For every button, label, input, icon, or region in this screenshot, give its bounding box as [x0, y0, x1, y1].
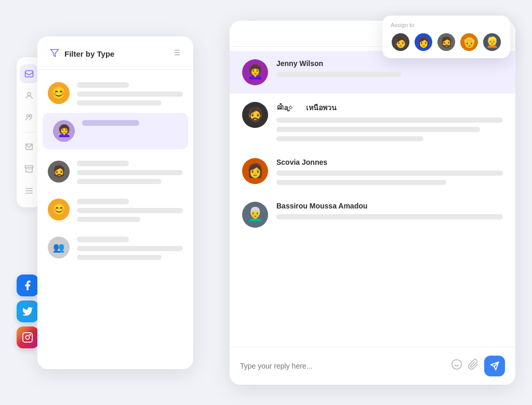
- svg-rect-4: [25, 166, 33, 168]
- skeleton-line: [276, 72, 401, 77]
- second-avatar: 🧔: [242, 102, 268, 128]
- instagram-icon[interactable]: [17, 326, 38, 348]
- bassirou-content: Bassirou Moussa Amadou: [276, 202, 503, 219]
- skeleton-line: [77, 179, 162, 184]
- scovia-name: Scovia Jonnes: [276, 158, 503, 166]
- svg-rect-0: [25, 71, 33, 77]
- list-item-content: [82, 120, 178, 126]
- send-button[interactable]: [484, 356, 505, 376]
- emoji-icon[interactable]: [451, 359, 462, 373]
- skeleton-line: [276, 180, 446, 185]
- jenny-name: Jenny Wilson: [276, 59, 503, 68]
- avatar: 👥: [48, 237, 70, 258]
- skeleton-line: [276, 117, 503, 123]
- svg-point-2: [27, 114, 30, 117]
- skeleton-line: [276, 214, 503, 219]
- sidebar-item-mail[interactable]: [20, 138, 38, 156]
- twitter-icon[interactable]: [17, 301, 38, 322]
- chat-item-bassirou[interactable]: 👨‍🦳 Bassirou Moussa Amadou: [230, 193, 515, 236]
- scovia-content: Scovia Jonnes: [276, 158, 503, 185]
- app-scene: Filter by Type 😊 👩‍🦱: [17, 16, 515, 390]
- avatar: 😊: [48, 199, 70, 220]
- sort-icon[interactable]: [171, 48, 181, 60]
- sidebar-item-inbox[interactable]: [20, 64, 38, 83]
- svg-point-18: [452, 360, 461, 369]
- assign-avatar[interactable]: 🧔: [436, 32, 456, 52]
- left-panel-header: Filter by Type: [37, 36, 193, 70]
- assign-avatar[interactable]: 👩: [414, 32, 433, 52]
- svg-point-9: [25, 335, 29, 339]
- skeleton-line: [77, 170, 183, 175]
- skeleton-line: [77, 255, 162, 260]
- second-content: ណំaូ ​ ​ ​​ ​ ​ ​ เหนือพวน: [276, 102, 503, 141]
- jenny-content: Jenny Wilson: [276, 59, 503, 77]
- sidebar-item-contacts[interactable]: [20, 108, 38, 127]
- filter-icon: [50, 48, 59, 59]
- scovia-avatar: 👩: [242, 158, 268, 184]
- chat-item-scovia[interactable]: 👩 Scovia Jonnes: [230, 150, 515, 193]
- skeleton-line: [77, 246, 183, 251]
- assign-avatars: 🧑 👩 🧔 👴 👱: [391, 32, 502, 52]
- avatar: 🧔: [48, 161, 70, 182]
- assign-popup: Assign to 🧑 👩 🧔 👴 👱: [382, 16, 510, 58]
- skeleton-line: [276, 136, 423, 141]
- skeleton-name: [77, 161, 129, 166]
- skeleton-name: [77, 237, 129, 242]
- assign-label: Assign to: [391, 22, 502, 28]
- assign-avatar[interactable]: 👱: [482, 32, 502, 52]
- skeleton-line: [77, 100, 162, 106]
- attachment-icon[interactable]: [468, 359, 479, 373]
- bassirou-name: Bassirou Moussa Amadou: [276, 202, 503, 210]
- sidebar-item-archive[interactable]: [20, 160, 38, 178]
- svg-marker-11: [51, 49, 59, 57]
- list-item-content: [77, 237, 183, 260]
- left-panel-list: 😊 👩‍🦱 🧔: [37, 70, 193, 272]
- list-item-content: [77, 161, 183, 184]
- chat-item-second[interactable]: 🧔 ណំaូ ​ ​ ​​ ​ ​ ​ เหนือพวน: [230, 94, 515, 150]
- svg-point-3: [30, 114, 32, 117]
- avatar: 😊: [48, 82, 70, 104]
- svg-point-10: [30, 334, 31, 335]
- skeleton-name: [82, 120, 139, 126]
- nav-divider: [23, 132, 35, 133]
- list-item[interactable]: 😊: [37, 191, 193, 229]
- left-panel: Filter by Type 😊 👩‍🦱: [37, 36, 193, 369]
- social-icons: [17, 275, 38, 348]
- list-item[interactable]: 😊: [37, 75, 193, 113]
- svg-point-1: [28, 93, 31, 96]
- skeleton-line: [77, 208, 183, 213]
- list-item[interactable]: 🧔: [37, 153, 193, 191]
- right-panel: Unassigned ∧ 👩‍🦱 Jenny Wilson 🧔: [230, 21, 515, 385]
- list-item-active[interactable]: 👩‍🦱: [43, 113, 188, 149]
- svg-rect-8: [23, 332, 32, 342]
- skeleton-line: [276, 171, 503, 176]
- reply-input[interactable]: [240, 362, 446, 370]
- skeleton-line: [276, 127, 480, 132]
- chat-list: 👩‍🦱 Jenny Wilson 🧔 ណំaូ ​ ​ ​​ ​ ​ ​ เหน…: [230, 47, 515, 347]
- second-name: ណំaូ ​ ​ ​​ ​ ​ ​ เหนือพวน: [276, 102, 503, 113]
- chat-footer: [230, 347, 515, 385]
- list-item-content: [77, 199, 183, 222]
- sidebar-item-menu[interactable]: [20, 181, 38, 200]
- facebook-icon[interactable]: [17, 275, 38, 296]
- footer-icons: [451, 359, 479, 373]
- avatar: 👩‍🦱: [53, 120, 75, 142]
- assign-avatar[interactable]: 🧑: [391, 32, 410, 52]
- filter-title: Filter by Type: [50, 48, 114, 59]
- skeleton-line: [77, 217, 140, 222]
- bassirou-avatar: 👨‍🦳: [242, 202, 268, 228]
- skeleton-line: [77, 92, 183, 97]
- list-item[interactable]: 👥: [37, 229, 193, 267]
- sidebar-item-profile[interactable]: [20, 86, 38, 105]
- skeleton-name: [77, 82, 129, 88]
- skeleton-name: [77, 199, 129, 204]
- assign-avatar[interactable]: 👴: [459, 32, 479, 52]
- jenny-avatar: 👩‍🦱: [242, 59, 268, 85]
- filter-label: Filter by Type: [64, 49, 114, 58]
- list-item-content: [77, 82, 183, 106]
